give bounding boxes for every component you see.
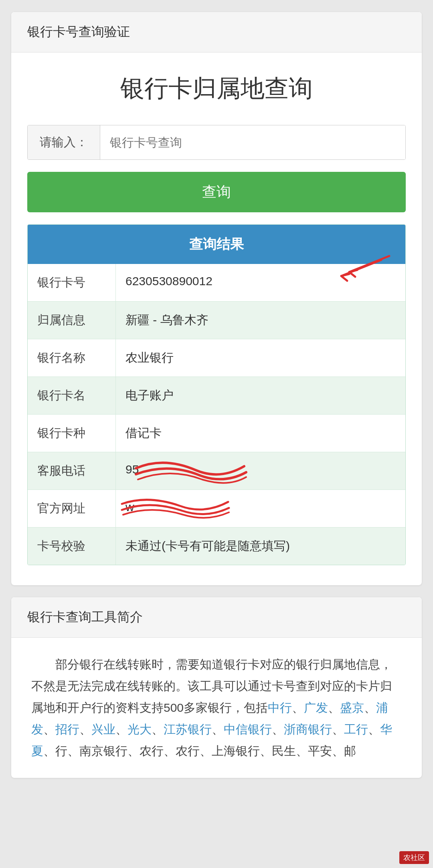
row-value-5: 95	[116, 452, 405, 489]
redact-scribble-icon	[132, 452, 252, 488]
search-button[interactable]: 查询	[27, 172, 406, 212]
row-value-0: 6230530890012	[116, 264, 405, 301]
table-row: 银行卡号 6230530890012	[28, 264, 405, 302]
table-row: 银行卡种 借记卡	[28, 415, 405, 452]
row-value-2: 农业银行	[116, 339, 405, 377]
link-xingye[interactable]: 兴业	[91, 723, 115, 736]
row-value-1: 新疆 - 乌鲁木齐	[116, 302, 405, 339]
page-title: 银行卡归属地查询	[27, 73, 406, 105]
table-row: 归属信息 新疆 - 乌鲁木齐	[28, 302, 405, 339]
link-zhaohang[interactable]: 招行	[55, 723, 79, 736]
info-card-header: 银行卡查询工具简介	[11, 597, 422, 638]
info-card-body: 部分银行在线转账时，需要知道银行卡对应的银行归属地信息，不然是无法完成在线转账的…	[11, 638, 422, 778]
result-table: 查询结果 银行卡号 6230530890012 归属信息 新疆 - 乌鲁木齐	[27, 224, 406, 565]
main-card-body: 银行卡归属地查询 请输入： 查询 查询结果 银行卡号 6230530890012	[11, 52, 422, 585]
link-guangda[interactable]: 光大	[127, 723, 152, 736]
main-card-header-title: 银行卡号查询验证	[27, 24, 130, 39]
info-card: 银行卡查询工具简介 部分银行在线转账时，需要知道银行卡对应的银行归属地信息，不然…	[11, 597, 422, 778]
row-label-2: 银行名称	[28, 339, 116, 377]
search-row: 请输入：	[27, 125, 406, 160]
table-row: 银行名称 农业银行	[28, 339, 405, 377]
link-zhongxin[interactable]: 中信银行	[224, 723, 272, 736]
row-label-0: 银行卡号	[28, 264, 116, 301]
link-shengjing[interactable]: 盛京	[340, 701, 364, 714]
row-value-6: w	[116, 490, 405, 527]
link-zheshang[interactable]: 浙商银行	[284, 723, 332, 736]
row-label-6: 官方网址	[28, 490, 116, 527]
redact-scribble-2-icon	[120, 490, 232, 524]
table-row: 卡号校验 未通过(卡号有可能是随意填写)	[28, 528, 405, 565]
row-label-4: 银行卡种	[28, 415, 116, 452]
link-zhongxing[interactable]: 中行	[268, 701, 292, 714]
search-input[interactable]	[100, 125, 405, 159]
table-row: 官方网址 w	[28, 490, 405, 528]
main-card-header: 银行卡号查询验证	[11, 12, 422, 52]
result-header: 查询结果	[28, 225, 405, 264]
info-body-text: 部分银行在线转账时，需要知道银行卡对应的银行归属地信息，不然是无法完成在线转账的…	[31, 654, 402, 762]
link-guangfa[interactable]: 广发	[304, 701, 328, 714]
row-label-3: 银行卡名	[28, 377, 116, 414]
main-card: 银行卡号查询验证 银行卡归属地查询 请输入： 查询 查询结果 银行卡号 6230…	[11, 12, 422, 585]
row-value-3: 电子账户	[116, 377, 405, 414]
watermark: 农社区	[399, 851, 429, 864]
link-jiangsu[interactable]: 江苏银行	[164, 723, 212, 736]
row-label-1: 归属信息	[28, 302, 116, 339]
info-text-continued: 行、南京银行、农行、农行、上海银行、民生、平安、邮	[55, 744, 356, 757]
row-label-7: 卡号校验	[28, 528, 116, 565]
row-value-7: 未通过(卡号有可能是随意填写)	[116, 528, 405, 565]
table-row: 银行卡名 电子账户	[28, 377, 405, 415]
info-card-header-title: 银行卡查询工具简介	[27, 610, 143, 624]
row-label-5: 客服电话	[28, 452, 116, 489]
table-row: 客服电话 95	[28, 452, 405, 490]
search-label: 请输入：	[28, 125, 100, 159]
row-value-4: 借记卡	[116, 415, 405, 452]
link-gonghang[interactable]: 工行	[344, 723, 368, 736]
